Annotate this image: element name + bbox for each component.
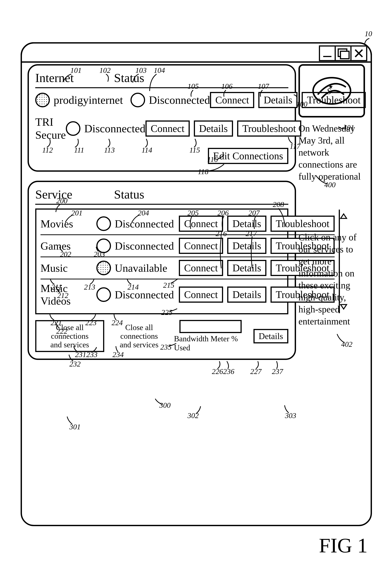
connection-status: Disconnected <box>84 122 145 135</box>
bandwidth-meter <box>179 320 242 333</box>
service-name: Games <box>41 240 96 252</box>
service-status: Disconnected <box>115 240 179 252</box>
svg-text:★: ★ <box>328 84 333 90</box>
close-all-label: Close all connections and services <box>109 323 169 349</box>
bandwidth-meter-block: Bandwidth Meter % Used <box>174 320 247 352</box>
connection-name: TRI Secure <box>35 116 66 141</box>
status-circle-icon <box>96 238 111 253</box>
main-column: Internet Status prodigyinternet Disconne… <box>28 64 296 519</box>
service-heading: Service <box>35 187 114 202</box>
service-status: Disconnected <box>115 288 179 301</box>
services-rows: Movies Disconnected Connect Details Trou… <box>36 209 339 313</box>
services-header-row: Service Status <box>35 187 288 202</box>
sidebar-message-2: Click on any of our services to get more… <box>298 231 365 327</box>
internet-heading: Internet <box>35 71 114 85</box>
internet-row-tri: TRI Secure Disconnected Connect Details … <box>35 116 288 141</box>
connect-button[interactable]: Connect <box>179 286 223 303</box>
service-name: Music Videos <box>41 282 96 307</box>
connect-button[interactable]: Connect <box>145 120 190 137</box>
connect-button[interactable]: Connect <box>179 216 223 232</box>
status-heading: Status <box>114 187 193 202</box>
close-icon <box>354 49 363 58</box>
status-circle-icon <box>66 121 80 136</box>
details-button[interactable]: Details <box>258 92 297 108</box>
details-button[interactable]: Details <box>227 238 266 254</box>
panel-services: Service Status Movies Disconnected Con <box>28 181 296 360</box>
details-button[interactable]: Details <box>227 286 266 303</box>
sidebar-message-1: On Wednesday May 3rd, all network connec… <box>298 122 365 182</box>
close-all-button[interactable]: Close all connections and services <box>35 320 104 352</box>
service-row-movies: Movies Disconnected Connect Details Trou… <box>41 213 335 234</box>
connect-button[interactable]: Connect <box>210 92 254 108</box>
sidebar: S ★ On Wednesday May 3rd, all network co… <box>298 64 365 519</box>
bandwidth-details-button[interactable]: Details <box>253 329 288 343</box>
status-circle-icon <box>96 261 111 275</box>
logo-icon: S ★ <box>310 74 353 108</box>
minimize-button[interactable] <box>319 45 336 61</box>
maximize-button[interactable] <box>336 45 351 61</box>
connect-button[interactable]: Connect <box>179 260 223 276</box>
service-name: Music <box>41 262 96 274</box>
panel-internet: Internet Status prodigyinternet Disconne… <box>28 64 296 172</box>
app-window: Internet Status prodigyinternet Disconne… <box>21 42 372 526</box>
figure-label: FIG 1 <box>319 534 368 557</box>
divider <box>35 87 288 88</box>
status-heading: Status <box>114 71 193 85</box>
service-row-music-videos: Music Videos Disconnected Connect Detail… <box>41 279 335 310</box>
service-row-games: Games Disconnected Connect Details Troub… <box>41 234 335 256</box>
status-circle-icon <box>96 287 111 302</box>
titlebar-buttons <box>319 45 367 61</box>
details-button[interactable]: Details <box>227 260 266 276</box>
page: 10 Internet Status <box>0 0 392 565</box>
service-row-music: Music Unavailable Connect Details Troubl… <box>41 256 335 279</box>
logo: S ★ <box>298 64 365 118</box>
details-button[interactable]: Details <box>194 120 233 137</box>
services-list: Movies Disconnected Connect Details Trou… <box>35 208 288 314</box>
status-circle-icon <box>96 216 111 231</box>
ref-10: 10 <box>365 30 372 38</box>
connect-button[interactable]: Connect <box>179 238 223 254</box>
close-window-button[interactable] <box>351 45 367 61</box>
service-status: Disconnected <box>115 218 179 230</box>
divider <box>35 204 288 205</box>
troubleshoot-button[interactable]: Troubleshoot <box>237 120 301 137</box>
internet-row-prodigy: prodigyinternet Disconnected Connect Det… <box>35 92 288 108</box>
status-circle-icon <box>130 93 145 107</box>
service-status: Unavailable <box>115 262 179 274</box>
edit-connections-button[interactable]: Edit Connections <box>208 148 288 164</box>
internet-header-row: Internet Status <box>35 71 288 85</box>
connection-name: prodigyinternet <box>54 94 123 106</box>
service-name: Movies <box>41 218 96 230</box>
details-button[interactable]: Details <box>227 216 266 232</box>
status-icon <box>35 93 50 107</box>
bandwidth-meter-label: Bandwidth Meter % Used <box>174 334 247 352</box>
titlebar <box>21 42 372 63</box>
services-footer: Close all connections and services Close… <box>35 320 288 352</box>
connection-status: Disconnected <box>149 94 210 106</box>
